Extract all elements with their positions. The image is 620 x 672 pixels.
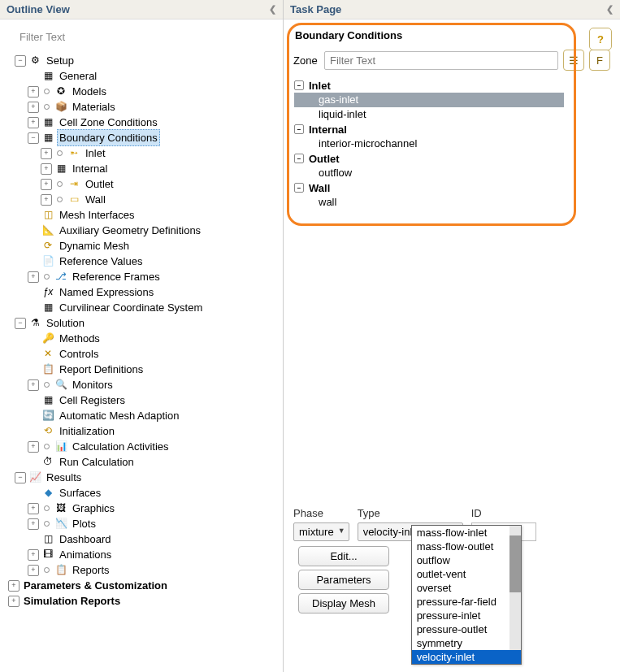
zone-outflow[interactable]: outflow: [294, 166, 564, 180]
opt-mass-flow-outlet[interactable]: mass-flow-outlet: [412, 540, 521, 553]
node-surfaces[interactable]: ◆Surfaces: [5, 485, 283, 501]
expand-icon[interactable]: +: [8, 580, 20, 592]
node-anim[interactable]: +🎞Animations: [5, 547, 283, 562]
expand-icon[interactable]: +: [28, 271, 39, 283]
zone-wall-header[interactable]: −Wall: [294, 180, 564, 195]
node-controls[interactable]: ✕Controls: [5, 346, 283, 362]
node-graphics[interactable]: +🖼Graphics: [5, 501, 283, 516]
collapse-icon[interactable]: −: [15, 472, 26, 483]
node-namedexpr[interactable]: ƒxNamed Expressions: [5, 284, 283, 300]
opt-pressure-far-field[interactable]: pressure-far-field: [412, 595, 521, 609]
node-dashboard[interactable]: ◫Dashboard: [5, 531, 283, 547]
node-wall[interactable]: +▭Wall: [5, 192, 283, 207]
dot-icon: [41, 565, 52, 576]
type-dropdown[interactable]: mass-flow-inlet mass-flow-outlet outflow…: [411, 525, 522, 665]
edit-button[interactable]: Edit...: [298, 546, 389, 566]
zone-interior[interactable]: interior-microchannel: [294, 137, 564, 151]
dot-icon: [54, 179, 65, 190]
node-refvals[interactable]: 📄Reference Values: [5, 254, 283, 269]
expand-icon[interactable]: +: [28, 441, 39, 453]
expand-icon[interactable]: +: [41, 163, 52, 175]
opt-overset[interactable]: overset: [412, 581, 521, 595]
node-outlet[interactable]: +⇥Outlet: [5, 176, 283, 192]
collapse-icon[interactable]: −: [294, 154, 304, 163]
node-calcact[interactable]: +📊Calculation Activities: [5, 439, 283, 454]
expand-icon[interactable]: +: [41, 148, 52, 159]
node-cellzone[interactable]: +▦Cell Zone Conditions: [5, 115, 283, 130]
zone-outlet-header[interactable]: −Outlet: [294, 151, 564, 166]
node-amr[interactable]: 🔄Automatic Mesh Adaption: [5, 408, 283, 423]
expand-icon[interactable]: +: [41, 179, 52, 190]
node-refframes[interactable]: +⎇Reference Frames: [5, 269, 283, 284]
node-general[interactable]: ▦General: [5, 68, 283, 84]
zone-inlet-header[interactable]: −Inlet: [294, 78, 564, 93]
node-auxgeo[interactable]: 📐Auxiliary Geometry Definitions: [5, 223, 283, 238]
expand-icon[interactable]: +: [41, 194, 52, 206]
collapse-icon[interactable]: −: [28, 132, 39, 144]
node-dynmesh[interactable]: ⟳Dynamic Mesh: [5, 238, 283, 254]
expand-icon[interactable]: +: [28, 549, 39, 561]
dot-icon: [41, 102, 52, 113]
display-mesh-button[interactable]: Display Mesh: [298, 593, 389, 613]
collapse-icon[interactable]: −: [15, 55, 26, 67]
node-methods[interactable]: 🔑Methods: [5, 331, 283, 346]
zone-wall[interactable]: wall: [294, 195, 564, 210]
node-inlet[interactable]: +➵Inlet: [5, 145, 283, 161]
collapse-right-icon[interactable]: ❮: [606, 4, 613, 15]
expand-icon[interactable]: +: [28, 117, 39, 128]
zone-internal-header[interactable]: −Internal: [294, 122, 564, 137]
opt-pressure-outlet[interactable]: pressure-outlet: [412, 622, 521, 636]
node-meshif[interactable]: ◫Mesh Interfaces: [5, 207, 283, 223]
zone-filter-input[interactable]: [324, 51, 558, 70]
node-internal[interactable]: +▦Internal: [5, 161, 283, 176]
node-reportdef[interactable]: 📋Report Definitions: [5, 362, 283, 377]
collapse-icon[interactable]: −: [15, 318, 26, 329]
opt-outflow[interactable]: outflow: [412, 553, 521, 567]
node-setup[interactable]: −⚙Setup: [5, 53, 283, 68]
node-results[interactable]: −📈Results: [5, 470, 283, 485]
node-monitors[interactable]: +🔍Monitors: [5, 377, 283, 392]
expand-icon[interactable]: +: [28, 503, 39, 514]
node-runcalc[interactable]: ⏱Run Calculation: [5, 454, 283, 470]
opt-outlet-vent[interactable]: outlet-vent: [412, 567, 521, 581]
zone-tool-button-1[interactable]: ☰: [563, 50, 584, 71]
grid-icon: ▦: [41, 116, 54, 129]
phase-select[interactable]: mixture: [293, 522, 349, 541]
collapse-left-icon[interactable]: ❮: [269, 4, 276, 15]
phase-label: Phase: [293, 507, 349, 519]
expand-icon[interactable]: +: [28, 102, 39, 113]
collapse-icon[interactable]: −: [294, 80, 304, 90]
node-params[interactable]: +Parameters & Customization: [5, 578, 283, 593]
node-boundary[interactable]: −▦Boundary Conditions: [5, 130, 283, 145]
opt-mass-flow-inlet[interactable]: mass-flow-inlet: [412, 526, 521, 540]
outline-filter[interactable]: Filter Text: [15, 28, 276, 46]
node-plots[interactable]: +📉Plots: [5, 516, 283, 531]
node-materials[interactable]: +📦Materials: [5, 99, 283, 115]
grid-icon: ▦: [41, 70, 54, 83]
collapse-icon[interactable]: −: [294, 124, 304, 134]
opt-velocity-inlet[interactable]: velocity-inlet: [412, 650, 521, 664]
expand-icon[interactable]: +: [28, 379, 39, 391]
expand-icon[interactable]: +: [28, 86, 39, 98]
node-solution[interactable]: −⚗Solution: [5, 315, 283, 331]
zone-liquid-inlet[interactable]: liquid-inlet: [294, 107, 564, 122]
expand-icon[interactable]: +: [28, 518, 39, 530]
opt-pressure-inlet[interactable]: pressure-inlet: [412, 609, 521, 622]
node-init[interactable]: ⟲Initialization: [5, 423, 283, 439]
node-simrep[interactable]: +Simulation Reports: [5, 593, 283, 609]
collapse-icon[interactable]: −: [294, 183, 304, 193]
expand-icon[interactable]: +: [28, 565, 39, 576]
node-cellreg[interactable]: ▦Cell Registers: [5, 392, 283, 408]
fx-icon: ƒx: [41, 286, 54, 299]
report-icon: 📋: [54, 564, 67, 577]
zone-gas-inlet[interactable]: gas-inlet: [294, 93, 564, 107]
expand-icon[interactable]: +: [8, 596, 20, 607]
node-curvi[interactable]: ▦Curvilinear Coordinate System: [5, 300, 283, 315]
parameters-button[interactable]: Parameters: [298, 570, 389, 590]
results-icon: 📈: [28, 471, 41, 484]
mesh-icon: ◫: [41, 209, 54, 222]
node-models[interactable]: +✪Models: [5, 84, 283, 99]
opt-symmetry[interactable]: symmetry: [412, 636, 521, 650]
zone-tool-button-2[interactable]: F: [589, 50, 610, 71]
node-reports[interactable]: +📋Reports: [5, 562, 283, 578]
